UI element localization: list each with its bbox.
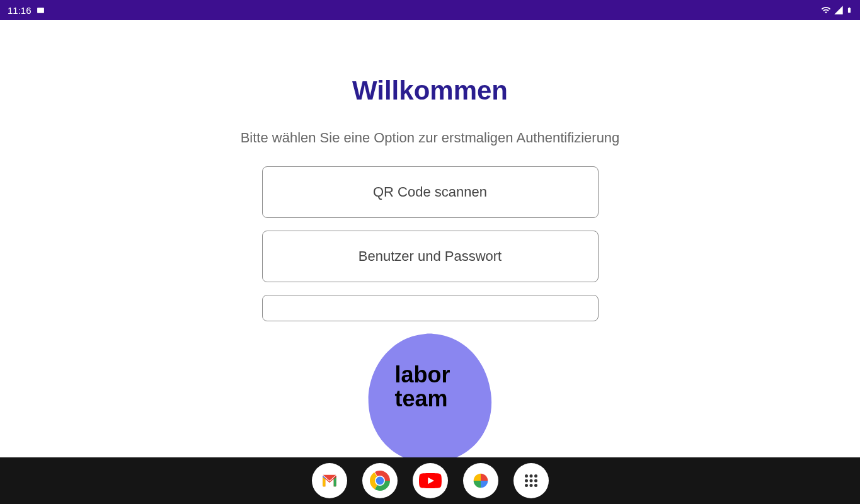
- nav-bar: [0, 457, 860, 504]
- notification-icon: [37, 6, 45, 14]
- status-time: 11:16: [8, 5, 32, 16]
- svg-point-9: [525, 484, 528, 487]
- svg-point-11: [534, 484, 537, 487]
- youtube-icon[interactable]: [413, 463, 448, 498]
- logo-container: labor team: [367, 333, 493, 464]
- gmail-icon[interactable]: [312, 463, 347, 498]
- svg-point-10: [529, 484, 532, 487]
- main-content: Willkommen Bitte wählen Sie eine Option …: [0, 20, 860, 464]
- signal-icon: [834, 5, 844, 15]
- svg-point-7: [529, 479, 532, 483]
- svg-point-3: [525, 474, 528, 478]
- logo-line-1: labor: [395, 363, 450, 387]
- svg-point-4: [529, 474, 532, 478]
- logo-line-2: team: [395, 387, 450, 411]
- app-drawer-icon[interactable]: [513, 463, 549, 498]
- wifi-icon: [821, 5, 831, 15]
- qr-scan-button[interactable]: QR Code scannen: [262, 166, 599, 218]
- welcome-title: Willkommen: [352, 76, 508, 106]
- svg-point-2: [376, 477, 384, 485]
- battery-icon: [846, 5, 852, 15]
- svg-point-8: [534, 479, 537, 483]
- status-left: 11:16: [8, 5, 45, 16]
- logo-blob: labor team: [367, 333, 493, 464]
- svg-point-6: [525, 479, 528, 483]
- auth-subtitle: Bitte wählen Sie eine Option zur erstmal…: [241, 130, 620, 146]
- chrome-icon[interactable]: [362, 463, 398, 498]
- status-bar: 11:16: [0, 0, 860, 20]
- photos-icon[interactable]: [463, 463, 498, 498]
- user-password-button[interactable]: Benutzer und Passwort: [262, 231, 599, 282]
- logo-text: labor team: [395, 363, 450, 411]
- status-right: [821, 5, 852, 15]
- svg-point-5: [534, 474, 537, 478]
- third-auth-button[interactable]: [262, 295, 599, 321]
